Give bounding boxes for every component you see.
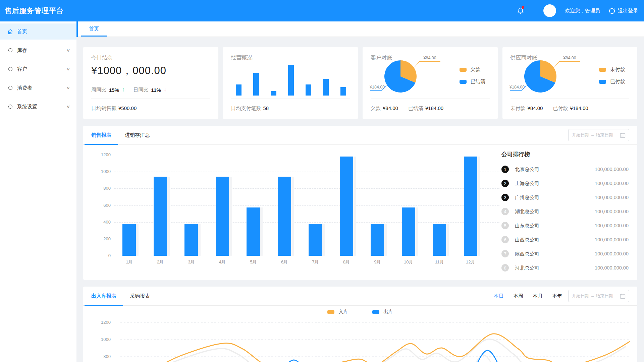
x-axis-label: 6月 <box>269 259 300 265</box>
bar-shadow <box>218 177 232 256</box>
bar-2月 <box>154 177 167 256</box>
sidebar-item-消费者[interactable]: 消费者∨ <box>0 80 76 96</box>
x-axis-label: 2月 <box>145 259 176 265</box>
legend-item-入库[interactable]: 入库 <box>327 309 348 315</box>
filter-本年[interactable]: 本年 <box>552 293 562 299</box>
divider <box>371 99 490 99</box>
legend-label: 入库 <box>338 309 348 315</box>
footer-pair: 已付款¥184.00 <box>553 105 588 112</box>
mini-bar <box>306 84 311 96</box>
company-amount: 100,000,000.00 <box>595 237 629 242</box>
sales-date-range-picker[interactable]: 开始日期 – 结束日期 <box>568 129 629 141</box>
company-name: 北京总公司 <box>515 166 539 173</box>
footer-pair: 已结清¥184.00 <box>408 105 443 112</box>
gridline <box>114 256 499 256</box>
divider <box>493 153 493 272</box>
bar-slot-11月 <box>424 155 455 256</box>
x-axis-label: 10月 <box>393 259 424 265</box>
tab-销售报表[interactable]: 销售报表 <box>85 126 118 144</box>
footer-label: 已结清 <box>408 105 423 111</box>
notification-dot <box>522 6 524 9</box>
rank-badge: 6 <box>501 236 509 243</box>
footer-value: ¥184.00 <box>425 105 443 111</box>
logout-button[interactable]: 退出登录 <box>609 8 638 14</box>
ranking-list: 1北京总公司100,000,000.002上海总公司100,000,000.00… <box>501 162 629 275</box>
bar-1月 <box>122 224 136 256</box>
legend-swatch <box>460 80 467 84</box>
sidebar-item-系统设置[interactable]: 系统设置∨ <box>0 99 76 115</box>
company-amount: 100,000,000.00 <box>595 181 629 186</box>
y-axis-label: 800 <box>91 186 111 191</box>
sidebar-item-库存[interactable]: 库存∨ <box>0 42 76 58</box>
x-axis-label: 4月 <box>207 259 238 265</box>
legend-swatch <box>372 310 379 314</box>
legend-label: 未付款 <box>610 66 625 73</box>
ranking-row: 4湖北总公司100,000,000.00 <box>501 204 629 219</box>
x-axis-label: 12月 <box>455 259 486 265</box>
io-chart-legend: 入库出库 <box>83 309 637 315</box>
bar-shadow <box>342 157 356 256</box>
bar-slot-8月 <box>331 155 362 256</box>
rank-badge: 5 <box>501 222 509 229</box>
x-axis-label: 1月 <box>114 259 145 265</box>
rank-badge: 8 <box>501 264 509 272</box>
bar-12月 <box>464 157 477 256</box>
company-amount: 100,000,000.00 <box>595 223 629 228</box>
footer-value: ¥84.00 <box>528 105 543 111</box>
app-header: 售后服务管理平台 欢迎您，管理员 退出登录 <box>0 0 644 21</box>
filter-本月[interactable]: 本月 <box>533 293 543 299</box>
sidebar-item-label: 库存 <box>17 47 27 54</box>
filter-本周[interactable]: 本周 <box>513 293 523 299</box>
legend-item-未付款: 未付款 <box>599 66 625 73</box>
x-axis-label: 11月 <box>424 259 455 265</box>
filter-本日[interactable]: 本日 <box>494 293 504 299</box>
footer-label: 未付款 <box>511 105 526 111</box>
company-amount: 100,000,000.00 <box>595 251 629 256</box>
x-axis-label: 9月 <box>362 259 393 265</box>
date-start-placeholder: 开始日期 <box>572 293 589 299</box>
company-name: 上海总公司 <box>515 180 539 187</box>
pie-footer: 欠款¥84.00已结清¥184.00 <box>371 105 443 112</box>
tab-出入库报表[interactable]: 出入库报表 <box>85 287 123 305</box>
legend-item-出库[interactable]: 出库 <box>372 309 393 315</box>
tab-进销存汇总[interactable]: 进销存汇总 <box>118 126 157 144</box>
week-trend-value: 15% <box>109 87 119 93</box>
avatar[interactable] <box>543 4 556 17</box>
legend-label: 已结清 <box>471 78 486 85</box>
pie-callout-label: ¥184.00 <box>369 85 385 89</box>
legend-label: 欠款 <box>471 66 481 73</box>
bar-6月 <box>278 177 291 256</box>
ranking-row: 7陕西总公司100,000,000.00 <box>501 247 629 261</box>
footer-pair: 欠款¥84.00 <box>371 105 398 112</box>
bar-5月 <box>247 207 260 256</box>
ranking-row: 8河北总公司100,000,000.00 <box>501 261 629 275</box>
company-amount: 100,000,000.00 <box>595 167 629 172</box>
x-axis-label: 7月 <box>300 259 331 265</box>
pie-footer: 未付款¥84.00已付款¥184.00 <box>511 105 588 112</box>
pie-callout-label: ¥84.00 <box>423 56 436 60</box>
dot-icon <box>7 104 13 110</box>
pie-legend: 未付款已付款 <box>599 66 625 85</box>
sidebar-item-首页[interactable]: 首页 <box>0 23 76 40</box>
stock-date-range-picker[interactable]: 开始日期 – 结束日期 <box>568 290 629 302</box>
dot-icon <box>8 67 12 71</box>
bar-slot-6月 <box>269 155 300 256</box>
y-axis-label: 1200 <box>91 320 111 325</box>
ranking-title: 公司排行榜 <box>501 150 629 158</box>
sales-report-panel: 销售报表进销存汇总 开始日期 – 结束日期 020040060080010001… <box>83 126 637 280</box>
x-axis-label: 3月 <box>176 259 207 265</box>
legend-item-欠款: 欠款 <box>460 66 486 73</box>
legend-item-已付款: 已付款 <box>599 78 625 85</box>
ranking-row: 3广州总公司100,000,000.00 <box>501 190 629 204</box>
sidebar-item-客户[interactable]: 客户∨ <box>0 61 76 77</box>
bar-slot-12月 <box>455 155 486 256</box>
footer-value: ¥84.00 <box>383 105 398 111</box>
rank-badge: 1 <box>501 166 509 173</box>
calendar-icon <box>620 293 626 299</box>
tab-首页[interactable]: 首页 <box>76 21 111 37</box>
notification-bell-icon[interactable] <box>517 7 525 15</box>
bar-shadow <box>249 207 263 256</box>
dot-icon <box>7 85 13 91</box>
tab-采购报表[interactable]: 采购报表 <box>123 287 157 305</box>
week-trend-label: 周同比 <box>91 87 106 93</box>
